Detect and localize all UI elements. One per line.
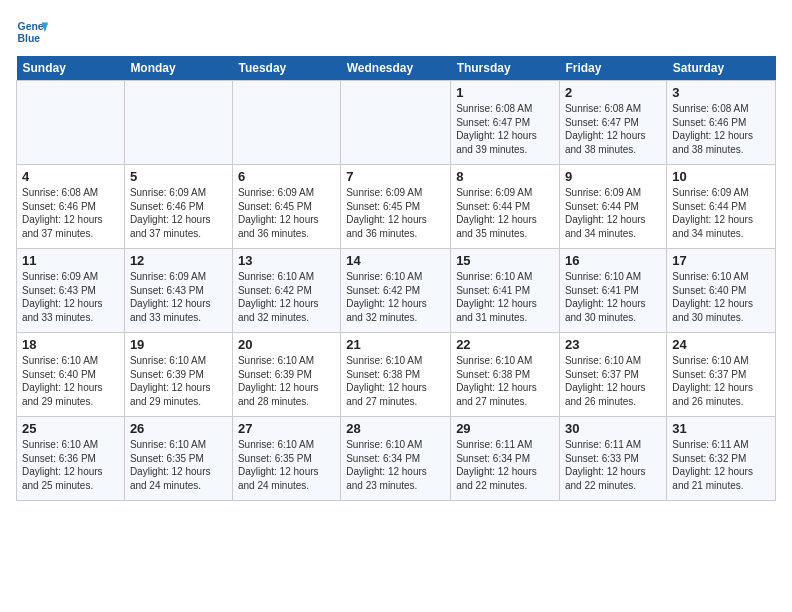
cell-info: Sunrise: 6:10 AM Sunset: 6:38 PM Dayligh…: [456, 354, 554, 408]
date-number: 28: [346, 421, 445, 436]
cell-info: Sunrise: 6:08 AM Sunset: 6:46 PM Dayligh…: [22, 186, 119, 240]
cell-info: Sunrise: 6:09 AM Sunset: 6:44 PM Dayligh…: [456, 186, 554, 240]
date-number: 11: [22, 253, 119, 268]
calendar-cell: 9Sunrise: 6:09 AM Sunset: 6:44 PM Daylig…: [559, 165, 666, 249]
date-number: 15: [456, 253, 554, 268]
calendar-cell: 17Sunrise: 6:10 AM Sunset: 6:40 PM Dayli…: [667, 249, 776, 333]
cell-info: Sunrise: 6:10 AM Sunset: 6:40 PM Dayligh…: [672, 270, 770, 324]
date-number: 2: [565, 85, 661, 100]
calendar-week-1: 1Sunrise: 6:08 AM Sunset: 6:47 PM Daylig…: [17, 81, 776, 165]
cell-info: Sunrise: 6:10 AM Sunset: 6:41 PM Dayligh…: [565, 270, 661, 324]
calendar-cell: 26Sunrise: 6:10 AM Sunset: 6:35 PM Dayli…: [124, 417, 232, 501]
date-number: 8: [456, 169, 554, 184]
calendar-cell: 21Sunrise: 6:10 AM Sunset: 6:38 PM Dayli…: [341, 333, 451, 417]
calendar-cell: 20Sunrise: 6:10 AM Sunset: 6:39 PM Dayli…: [232, 333, 340, 417]
calendar-table: SundayMondayTuesdayWednesdayThursdayFrid…: [16, 56, 776, 501]
calendar-cell: [124, 81, 232, 165]
cell-info: Sunrise: 6:10 AM Sunset: 6:40 PM Dayligh…: [22, 354, 119, 408]
svg-text:Blue: Blue: [18, 33, 41, 44]
day-header-saturday: Saturday: [667, 56, 776, 81]
calendar-cell: 12Sunrise: 6:09 AM Sunset: 6:43 PM Dayli…: [124, 249, 232, 333]
calendar-cell: 8Sunrise: 6:09 AM Sunset: 6:44 PM Daylig…: [451, 165, 560, 249]
logo-icon: General Blue: [16, 16, 48, 48]
calendar-cell: 29Sunrise: 6:11 AM Sunset: 6:34 PM Dayli…: [451, 417, 560, 501]
cell-info: Sunrise: 6:09 AM Sunset: 6:44 PM Dayligh…: [565, 186, 661, 240]
calendar-cell: 15Sunrise: 6:10 AM Sunset: 6:41 PM Dayli…: [451, 249, 560, 333]
date-number: 24: [672, 337, 770, 352]
day-header-friday: Friday: [559, 56, 666, 81]
cell-info: Sunrise: 6:11 AM Sunset: 6:34 PM Dayligh…: [456, 438, 554, 492]
date-number: 22: [456, 337, 554, 352]
cell-info: Sunrise: 6:10 AM Sunset: 6:35 PM Dayligh…: [130, 438, 227, 492]
date-number: 20: [238, 337, 335, 352]
calendar-cell: 28Sunrise: 6:10 AM Sunset: 6:34 PM Dayli…: [341, 417, 451, 501]
calendar-cell: 4Sunrise: 6:08 AM Sunset: 6:46 PM Daylig…: [17, 165, 125, 249]
calendar-cell: 6Sunrise: 6:09 AM Sunset: 6:45 PM Daylig…: [232, 165, 340, 249]
calendar-cell: 7Sunrise: 6:09 AM Sunset: 6:45 PM Daylig…: [341, 165, 451, 249]
date-number: 10: [672, 169, 770, 184]
day-header-monday: Monday: [124, 56, 232, 81]
cell-info: Sunrise: 6:11 AM Sunset: 6:32 PM Dayligh…: [672, 438, 770, 492]
calendar-week-2: 4Sunrise: 6:08 AM Sunset: 6:46 PM Daylig…: [17, 165, 776, 249]
calendar-cell: 13Sunrise: 6:10 AM Sunset: 6:42 PM Dayli…: [232, 249, 340, 333]
date-number: 29: [456, 421, 554, 436]
calendar-cell: 2Sunrise: 6:08 AM Sunset: 6:47 PM Daylig…: [559, 81, 666, 165]
calendar-cell: 11Sunrise: 6:09 AM Sunset: 6:43 PM Dayli…: [17, 249, 125, 333]
calendar-cell: 19Sunrise: 6:10 AM Sunset: 6:39 PM Dayli…: [124, 333, 232, 417]
date-number: 17: [672, 253, 770, 268]
cell-info: Sunrise: 6:09 AM Sunset: 6:45 PM Dayligh…: [238, 186, 335, 240]
cell-info: Sunrise: 6:09 AM Sunset: 6:43 PM Dayligh…: [22, 270, 119, 324]
calendar-cell: [232, 81, 340, 165]
cell-info: Sunrise: 6:09 AM Sunset: 6:46 PM Dayligh…: [130, 186, 227, 240]
calendar-cell: 5Sunrise: 6:09 AM Sunset: 6:46 PM Daylig…: [124, 165, 232, 249]
date-number: 31: [672, 421, 770, 436]
calendar-cell: 31Sunrise: 6:11 AM Sunset: 6:32 PM Dayli…: [667, 417, 776, 501]
cell-info: Sunrise: 6:10 AM Sunset: 6:42 PM Dayligh…: [346, 270, 445, 324]
calendar-cell: 10Sunrise: 6:09 AM Sunset: 6:44 PM Dayli…: [667, 165, 776, 249]
date-number: 16: [565, 253, 661, 268]
cell-info: Sunrise: 6:09 AM Sunset: 6:44 PM Dayligh…: [672, 186, 770, 240]
cell-info: Sunrise: 6:10 AM Sunset: 6:35 PM Dayligh…: [238, 438, 335, 492]
calendar-cell: 27Sunrise: 6:10 AM Sunset: 6:35 PM Dayli…: [232, 417, 340, 501]
calendar-week-3: 11Sunrise: 6:09 AM Sunset: 6:43 PM Dayli…: [17, 249, 776, 333]
day-header-tuesday: Tuesday: [232, 56, 340, 81]
cell-info: Sunrise: 6:08 AM Sunset: 6:47 PM Dayligh…: [456, 102, 554, 156]
date-number: 18: [22, 337, 119, 352]
date-number: 26: [130, 421, 227, 436]
date-number: 27: [238, 421, 335, 436]
calendar-cell: 24Sunrise: 6:10 AM Sunset: 6:37 PM Dayli…: [667, 333, 776, 417]
cell-info: Sunrise: 6:10 AM Sunset: 6:39 PM Dayligh…: [238, 354, 335, 408]
calendar-week-5: 25Sunrise: 6:10 AM Sunset: 6:36 PM Dayli…: [17, 417, 776, 501]
date-number: 30: [565, 421, 661, 436]
calendar-cell: 16Sunrise: 6:10 AM Sunset: 6:41 PM Dayli…: [559, 249, 666, 333]
cell-info: Sunrise: 6:10 AM Sunset: 6:42 PM Dayligh…: [238, 270, 335, 324]
day-header-wednesday: Wednesday: [341, 56, 451, 81]
date-number: 13: [238, 253, 335, 268]
day-header-sunday: Sunday: [17, 56, 125, 81]
calendar-cell: [341, 81, 451, 165]
calendar-cell: 25Sunrise: 6:10 AM Sunset: 6:36 PM Dayli…: [17, 417, 125, 501]
page-header: General Blue: [16, 16, 776, 48]
calendar-cell: 18Sunrise: 6:10 AM Sunset: 6:40 PM Dayli…: [17, 333, 125, 417]
cell-info: Sunrise: 6:11 AM Sunset: 6:33 PM Dayligh…: [565, 438, 661, 492]
calendar-cell: 14Sunrise: 6:10 AM Sunset: 6:42 PM Dayli…: [341, 249, 451, 333]
date-number: 6: [238, 169, 335, 184]
date-number: 5: [130, 169, 227, 184]
cell-info: Sunrise: 6:10 AM Sunset: 6:39 PM Dayligh…: [130, 354, 227, 408]
cell-info: Sunrise: 6:10 AM Sunset: 6:34 PM Dayligh…: [346, 438, 445, 492]
day-header-thursday: Thursday: [451, 56, 560, 81]
cell-info: Sunrise: 6:09 AM Sunset: 6:45 PM Dayligh…: [346, 186, 445, 240]
cell-info: Sunrise: 6:09 AM Sunset: 6:43 PM Dayligh…: [130, 270, 227, 324]
cell-info: Sunrise: 6:10 AM Sunset: 6:36 PM Dayligh…: [22, 438, 119, 492]
date-number: 14: [346, 253, 445, 268]
date-number: 9: [565, 169, 661, 184]
date-number: 19: [130, 337, 227, 352]
cell-info: Sunrise: 6:10 AM Sunset: 6:38 PM Dayligh…: [346, 354, 445, 408]
date-number: 4: [22, 169, 119, 184]
cell-info: Sunrise: 6:08 AM Sunset: 6:46 PM Dayligh…: [672, 102, 770, 156]
calendar-cell: 30Sunrise: 6:11 AM Sunset: 6:33 PM Dayli…: [559, 417, 666, 501]
date-number: 23: [565, 337, 661, 352]
calendar-week-4: 18Sunrise: 6:10 AM Sunset: 6:40 PM Dayli…: [17, 333, 776, 417]
calendar-cell: 1Sunrise: 6:08 AM Sunset: 6:47 PM Daylig…: [451, 81, 560, 165]
calendar-header: SundayMondayTuesdayWednesdayThursdayFrid…: [17, 56, 776, 81]
